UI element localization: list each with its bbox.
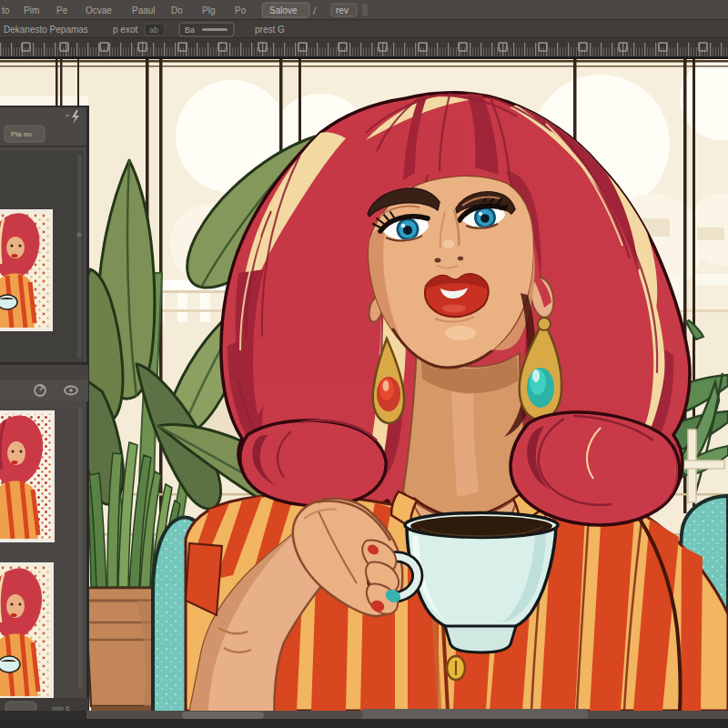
svg-text:Do: Do	[171, 5, 183, 15]
svg-text:Ba: Ba	[185, 25, 195, 35]
svg-text:Ocvae: Ocvae	[86, 5, 112, 15]
svg-text:Po: Po	[235, 5, 247, 15]
svg-text:prest G: prest G	[255, 25, 285, 35]
svg-text:Pim: Pim	[24, 5, 39, 15]
svg-text:Salove: Salove	[269, 5, 298, 15]
svg-text:rev: rev	[336, 5, 349, 15]
svg-text:p exot: p exot	[113, 25, 137, 35]
svg-text:Dekanesto Pepamas: Dekanesto Pepamas	[4, 25, 88, 35]
svg-text:Plg: Plg	[202, 5, 215, 15]
svg-text:ab: ab	[149, 25, 158, 35]
svg-text:Pe: Pe	[56, 5, 68, 15]
svg-text:Paaul: Paaul	[132, 5, 156, 15]
svg-text:Pla no: Pla no	[11, 130, 32, 138]
svg-text:to: to	[2, 5, 10, 15]
